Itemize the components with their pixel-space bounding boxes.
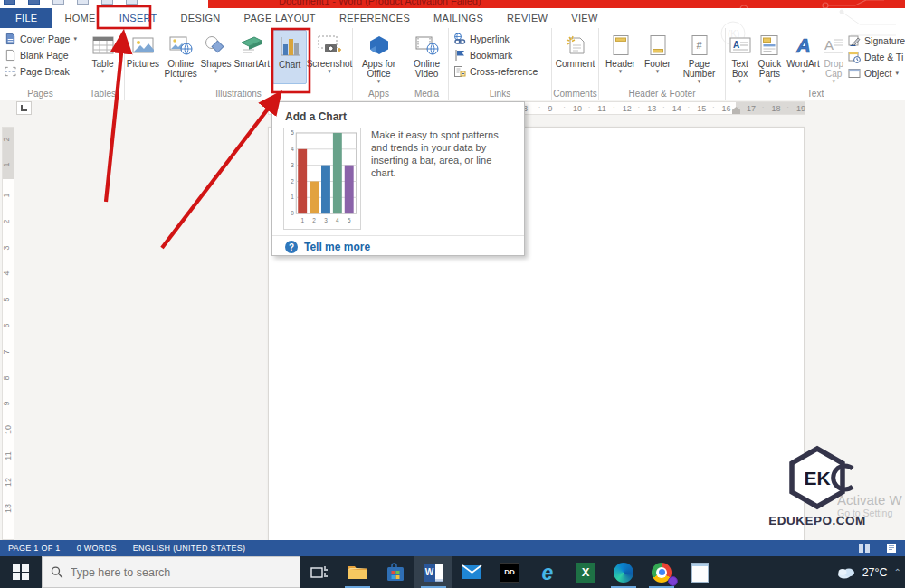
redo-icon[interactable] bbox=[77, 0, 89, 5]
ruler-number: 19 bbox=[796, 104, 805, 113]
tab-stop-icon bbox=[21, 105, 27, 111]
tab-stop-selector[interactable] bbox=[16, 101, 32, 115]
tab-page-layout[interactable]: PAGE LAYOUT bbox=[233, 8, 328, 28]
tell-me-more-link[interactable]: Tell me more bbox=[304, 241, 370, 253]
tab-home[interactable]: HOME bbox=[52, 8, 107, 28]
dropdown-arrow-icon: ▾ bbox=[656, 69, 660, 74]
tab-review[interactable]: REVIEW bbox=[495, 8, 559, 28]
dropdown-arrow-icon: ▾ bbox=[179, 79, 183, 84]
tab-design[interactable]: DESIGN bbox=[169, 8, 233, 28]
tab-view[interactable]: VIEW bbox=[559, 8, 609, 28]
notepad-button[interactable] bbox=[681, 556, 719, 588]
tooltip-title: Add a Chart bbox=[285, 110, 347, 123]
excel-button[interactable]: X bbox=[567, 556, 605, 588]
online-video-button[interactable]: Online Video bbox=[407, 30, 447, 79]
internet-explorer-button[interactable]: e bbox=[529, 556, 567, 588]
language-status[interactable]: ENGLISH (UNITED STATES) bbox=[133, 544, 246, 553]
cross-reference-button[interactable]: Cross-reference bbox=[453, 63, 551, 79]
word-taskbar-button[interactable]: W bbox=[414, 556, 452, 588]
tab-mailings[interactable]: MAILINGS bbox=[422, 8, 495, 28]
taskbar-search[interactable] bbox=[42, 556, 300, 588]
apps-for-office-button[interactable]: Apps for Office ▾ bbox=[356, 30, 403, 84]
pictures-button[interactable]: Pictures bbox=[125, 30, 161, 84]
svg-text:1: 1 bbox=[291, 194, 294, 200]
ruler-number: 17 bbox=[747, 104, 756, 113]
ruler-number: 15 bbox=[697, 104, 706, 113]
chart-button[interactable]: Chart bbox=[272, 30, 307, 84]
hidden-icons-chevron[interactable]: ⌃ bbox=[894, 567, 901, 577]
read-mode-icon[interactable] bbox=[858, 543, 871, 554]
email-icon[interactable] bbox=[28, 0, 40, 5]
group-text: A Text Box ▾ Quick Parts ▾ A WordArt ▾ A… bbox=[726, 28, 905, 100]
drop-cap-button[interactable]: A Drop Cap ▾ bbox=[821, 30, 846, 84]
wordart-button[interactable]: A WordArt ▾ bbox=[786, 30, 822, 84]
ruler-number: 8 bbox=[2, 375, 11, 380]
status-bar: PAGE 1 OF 1 0 WORDS ENGLISH (UNITED STAT… bbox=[0, 540, 905, 556]
save-icon[interactable] bbox=[4, 0, 15, 5]
mail-button[interactable] bbox=[452, 556, 491, 588]
smartart-icon bbox=[240, 34, 263, 56]
file-explorer-button[interactable] bbox=[338, 556, 376, 588]
dropdown-arrow-icon: ▾ bbox=[619, 69, 623, 74]
signature-line-button[interactable]: Signature bbox=[848, 33, 905, 48]
bookmark-button[interactable]: Bookmark bbox=[453, 47, 551, 62]
screenshot-button[interactable]: Screenshot ▾ bbox=[307, 30, 352, 84]
table-button[interactable]: Table ▾ bbox=[84, 30, 122, 74]
hyperlink-button[interactable]: Hyperlink bbox=[453, 31, 551, 46]
word-icon: W bbox=[424, 564, 443, 582]
svg-text:2: 2 bbox=[312, 217, 316, 223]
store-button[interactable] bbox=[376, 556, 414, 588]
online-pictures-button[interactable]: Online Pictures ▾ bbox=[161, 30, 201, 84]
blank-page-button[interactable]: Blank Page bbox=[5, 47, 81, 62]
ruler-number: 2 bbox=[2, 137, 11, 141]
header-icon bbox=[611, 34, 631, 56]
ruler-tick: · bbox=[613, 103, 615, 111]
quick-parts-button[interactable]: Quick Parts ▾ bbox=[754, 30, 786, 84]
chrome-button[interactable] bbox=[643, 556, 681, 588]
ruler-number: 11 bbox=[597, 104, 605, 113]
word-count-status[interactable]: 0 WORDS bbox=[77, 544, 117, 553]
undo-icon[interactable] bbox=[52, 0, 64, 5]
tab-references[interactable]: REFERENCES bbox=[328, 8, 422, 28]
object-button[interactable]: Object ▾ bbox=[848, 65, 905, 81]
temperature-label[interactable]: 27°C bbox=[862, 566, 888, 579]
cover-page-button[interactable]: Cover Page▾ bbox=[5, 31, 81, 46]
wordart-icon: A bbox=[792, 34, 815, 56]
touch-mode-icon[interactable] bbox=[126, 0, 138, 5]
print-layout-icon[interactable] bbox=[885, 543, 898, 554]
text-box-button[interactable]: A Text Box ▾ bbox=[726, 30, 754, 84]
comment-icon bbox=[564, 34, 587, 56]
page-number-button[interactable]: # Page Number ▾ bbox=[676, 30, 723, 84]
task-view-button[interactable] bbox=[300, 556, 338, 588]
document-title: Document1 - Word (Product Activation Fai… bbox=[279, 0, 481, 6]
chart-tooltip: Add a Chart 01234512345 Make it easy to … bbox=[272, 101, 525, 256]
search-input[interactable] bbox=[71, 566, 291, 579]
ruler-number: 14 bbox=[672, 104, 681, 113]
edge-button[interactable] bbox=[605, 556, 643, 588]
svg-text:1: 1 bbox=[300, 217, 304, 223]
excel-icon: X bbox=[576, 563, 595, 583]
tooltip-chart-thumbnail: 01234512345 bbox=[283, 128, 361, 230]
text-box-icon: A bbox=[729, 34, 752, 56]
header-button[interactable]: Header ▾ bbox=[602, 30, 640, 84]
circuit-decoration bbox=[717, 0, 898, 8]
page-count-status[interactable]: PAGE 1 OF 1 bbox=[8, 544, 61, 553]
print-preview-icon[interactable] bbox=[101, 0, 113, 5]
document-workspace: 8·9·10·11·12·13·14·15·16·17·18·19 211234… bbox=[0, 100, 905, 540]
dolby-button[interactable]: DD bbox=[491, 556, 529, 588]
footer-button[interactable]: Footer ▾ bbox=[640, 30, 676, 84]
start-button[interactable] bbox=[0, 556, 42, 588]
ruler-number: 11 bbox=[4, 451, 13, 460]
mail-icon bbox=[462, 564, 482, 580]
shapes-button[interactable]: Shapes ▾ bbox=[201, 30, 232, 84]
screenshot-icon bbox=[318, 34, 341, 56]
tab-insert[interactable]: INSERT bbox=[108, 8, 169, 28]
tab-file[interactable]: FILE bbox=[0, 8, 52, 28]
comment-button[interactable]: Comment bbox=[554, 30, 597, 69]
ruler-number: 5 bbox=[2, 298, 11, 302]
page-break-button[interactable]: Page Break bbox=[5, 63, 81, 79]
date-time-button[interactable]: Date & Ti bbox=[848, 49, 905, 64]
smartart-button[interactable]: SmartArt bbox=[231, 30, 272, 84]
dropdown-arrow-icon: ▾ bbox=[698, 79, 701, 84]
ruler-number: 2 bbox=[2, 219, 11, 223]
